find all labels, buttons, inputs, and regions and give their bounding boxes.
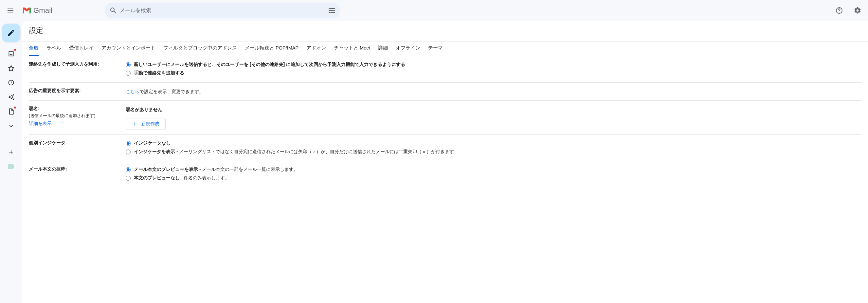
page-title: 設定 bbox=[22, 21, 868, 41]
setting-label: 署名: (送信メールの最後に追加されます) 詳細を表示 bbox=[29, 105, 123, 130]
tab-受信トレイ[interactable]: 受信トレイ bbox=[69, 42, 94, 56]
svg-point-5 bbox=[839, 12, 839, 12]
radio-input[interactable] bbox=[126, 176, 131, 181]
option-label: インジケータなし bbox=[134, 139, 170, 147]
ads-tail-text: で設定を表示、変更できます。 bbox=[140, 89, 204, 94]
unread-dot bbox=[14, 106, 17, 109]
new-signature-button[interactable]: 新規作成 bbox=[126, 118, 165, 130]
svg-point-2 bbox=[329, 12, 331, 13]
radio-option[interactable]: 新しいユーザーにメールを送信すると、そのユーザーを [その他の連絡先] に追加し… bbox=[126, 61, 862, 68]
gear-icon bbox=[854, 6, 862, 15]
nav-more[interactable] bbox=[6, 121, 17, 131]
tab-オフライン[interactable]: オフライン bbox=[396, 42, 420, 56]
setting-label: 連絡先を作成して予測入力を利用: bbox=[29, 61, 123, 78]
radio-option[interactable]: 本文のプレビューなし - 件名のみ表示します。 bbox=[126, 174, 862, 182]
nav-starred[interactable] bbox=[6, 63, 17, 74]
nav-label-tag[interactable] bbox=[6, 161, 17, 172]
setting-label: 広告の重要度を示す要素: bbox=[29, 87, 123, 96]
radio-option[interactable]: 手動で連絡先を追加する bbox=[126, 69, 862, 77]
tab-テーマ[interactable]: テーマ bbox=[428, 42, 443, 56]
setting-row-indicators: 個別インジケータ: インジケータなし インジケータを表示 - メーリングリストで… bbox=[29, 135, 862, 161]
pencil-icon bbox=[7, 29, 15, 37]
no-signature-text: 署名がありません bbox=[126, 105, 862, 114]
setting-value: メール本文のプレビューを表示 - メール本文の一部をメール一覧に表示します。 本… bbox=[126, 166, 862, 183]
setting-label-text: 署名: bbox=[29, 106, 40, 111]
compose-button[interactable] bbox=[2, 24, 20, 42]
inbox-icon bbox=[8, 51, 14, 57]
setting-label-text: 広告の重要度を示す要素: bbox=[29, 88, 81, 93]
plus-icon bbox=[132, 121, 138, 127]
radio-input[interactable] bbox=[126, 62, 131, 67]
tab-アドオン[interactable]: アドオン bbox=[306, 42, 326, 56]
nav-rail bbox=[0, 21, 22, 303]
help-icon bbox=[835, 6, 843, 15]
option-desc: - メール本文の一部をメール一覧に表示します。 bbox=[198, 167, 298, 172]
search-button[interactable] bbox=[107, 4, 120, 17]
setting-label-sub: (送信メールの最後に追加されます) bbox=[29, 113, 95, 118]
new-signature-label: 新規作成 bbox=[141, 121, 159, 127]
setting-label-text: 個別インジケータ: bbox=[29, 140, 67, 145]
option-label: 本文のプレビューなし bbox=[134, 175, 180, 181]
tab-ラベル[interactable]: ラベル bbox=[46, 42, 61, 56]
search-input[interactable] bbox=[120, 7, 326, 13]
setting-label: 個別インジケータ: bbox=[29, 139, 123, 157]
radio-input[interactable] bbox=[126, 71, 131, 76]
tab-全般[interactable]: 全般 bbox=[29, 42, 39, 56]
star-icon bbox=[8, 65, 14, 72]
nav-inbox[interactable] bbox=[6, 49, 17, 59]
unread-dot bbox=[14, 49, 17, 51]
setting-row-signature: 署名: (送信メールの最後に追加されます) 詳細を表示 署名がありません 新規作… bbox=[29, 101, 862, 135]
chevron-down-icon bbox=[8, 122, 14, 129]
settings-button[interactable] bbox=[850, 3, 865, 18]
nav-drafts[interactable] bbox=[6, 106, 17, 117]
setting-value: 新しいユーザーにメールを送信すると、そのユーザーを [その他の連絡先] に追加し… bbox=[126, 61, 862, 78]
tab-フィルタとブロック中のアドレス[interactable]: フィルタとブロック中のアドレス bbox=[163, 42, 237, 56]
radio-option[interactable]: インジケータを表示 - メーリングリストではなく自分宛に送信されたメールには矢印… bbox=[126, 148, 862, 156]
hamburger-icon bbox=[6, 6, 14, 15]
radio-option[interactable]: メール本文のプレビューを表示 - メール本文の一部をメール一覧に表示します。 bbox=[126, 166, 862, 173]
ads-link[interactable]: こちら bbox=[126, 89, 140, 94]
file-icon bbox=[8, 108, 14, 115]
tab-アカウントとインポート[interactable]: アカウントとインポート bbox=[101, 42, 155, 56]
nav-sent[interactable] bbox=[6, 92, 17, 102]
tab-メール転送と POP/IMAP[interactable]: メール転送と POP/IMAP bbox=[245, 42, 299, 56]
clock-icon bbox=[8, 79, 14, 86]
setting-value: 署名がありません 新規作成 bbox=[126, 105, 862, 130]
main-menu-button[interactable] bbox=[3, 3, 18, 18]
tab-チャットと Meet[interactable]: チャットと Meet bbox=[334, 42, 370, 56]
setting-label-text: 連絡先を作成して予測入力を利用: bbox=[29, 61, 99, 66]
option-label: インジケータを表示 bbox=[134, 149, 175, 154]
gmail-logo-text: Gmail bbox=[33, 6, 52, 15]
radio-input[interactable] bbox=[126, 141, 131, 146]
setting-label: メール本文の抜粋: bbox=[29, 166, 123, 183]
tune-icon bbox=[328, 6, 336, 15]
search-options-button[interactable] bbox=[326, 4, 338, 17]
search-bar bbox=[105, 3, 340, 18]
signature-details-link[interactable]: 詳細を表示 bbox=[29, 120, 52, 127]
option-desc: - 件名のみ表示します。 bbox=[180, 175, 229, 181]
setting-label-text: メール本文の抜粋: bbox=[29, 166, 67, 171]
body: 設定 全般ラベル受信トレイアカウントとインポートフィルタとブロック中のアドレスメ… bbox=[0, 21, 868, 303]
tab-詳細[interactable]: 詳細 bbox=[378, 42, 388, 56]
nav-snoozed[interactable] bbox=[6, 77, 17, 88]
setting-row-contacts: 連絡先を作成して予測入力を利用: 新しいユーザーにメールを送信すると、そのユーザ… bbox=[29, 56, 862, 83]
settings-panel: 設定 全般ラベル受信トレイアカウントとインポートフィルタとブロック中のアドレスメ… bbox=[22, 21, 868, 303]
setting-row-ads: 広告の重要度を示す要素: こちらで設定を表示、変更できます。 bbox=[29, 83, 862, 101]
gmail-logo[interactable]: Gmail bbox=[21, 6, 99, 15]
option-label: 新しいユーザーにメールを送信すると、そのユーザーを [その他の連絡先] に追加し… bbox=[134, 61, 405, 68]
setting-row-snippets: メール本文の抜粋: メール本文のプレビューを表示 - メール本文の一部をメール一… bbox=[29, 161, 862, 187]
label-tag-icon bbox=[8, 164, 14, 169]
option-label: メール本文のプレビューを表示 bbox=[134, 167, 198, 172]
option-desc: - メーリングリストではなく自分宛に送信されたメールには矢印（ › ）が、自分だ… bbox=[175, 149, 454, 154]
setting-value: こちらで設定を表示、変更できます。 bbox=[126, 87, 862, 96]
radio-option[interactable]: インジケータなし bbox=[126, 139, 862, 147]
option-label: 手動で連絡先を追加する bbox=[134, 69, 184, 77]
radio-input[interactable] bbox=[126, 149, 131, 155]
settings-tabs: 全般ラベル受信トレイアカウントとインポートフィルタとブロック中のアドレスメール転… bbox=[22, 41, 868, 56]
settings-list: 連絡先を作成して予測入力を利用: 新しいユーザーにメールを送信すると、そのユーザ… bbox=[22, 56, 868, 303]
nav-new-label[interactable] bbox=[6, 147, 17, 157]
setting-value: インジケータなし インジケータを表示 - メーリングリストではなく自分宛に送信さ… bbox=[126, 139, 862, 157]
radio-input[interactable] bbox=[126, 167, 131, 172]
plus-icon bbox=[8, 149, 14, 156]
support-button[interactable] bbox=[831, 3, 847, 18]
